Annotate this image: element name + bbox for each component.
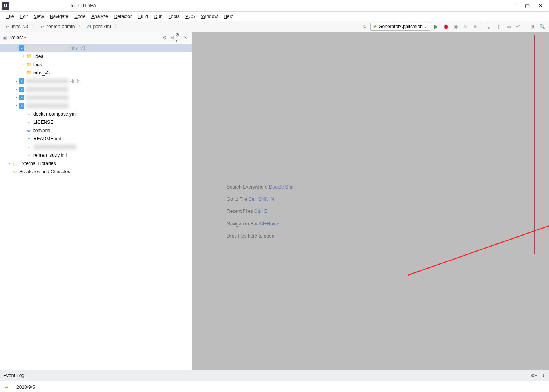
event-log-header: Event Log ⚙▾ ⭳ (0, 370, 549, 381)
window-controls: — ▢ ✕ (511, 3, 547, 9)
chevron-down-icon: ⌄ (424, 25, 427, 29)
tree-row[interactable]: mpom.xml (0, 126, 192, 134)
svg-line-0 (408, 179, 549, 275)
editor-area[interactable]: Search Everywhere Double ShiftGo to File… (192, 32, 549, 370)
profile-button[interactable]: ↻ (462, 23, 469, 31)
annotation-box (534, 35, 543, 254)
tree-row[interactable]: ▫ (0, 143, 192, 151)
separator (525, 23, 525, 30)
app-logo: IJ (2, 2, 9, 10)
menu-tools[interactable]: Tools (166, 13, 182, 20)
minimize-button[interactable]: — (511, 3, 516, 9)
event-log-date: 2018/9/5 (16, 383, 151, 391)
gear-icon[interactable]: ⚙ ▾ (175, 34, 182, 41)
search-icon[interactable]: 🔍 (538, 23, 546, 31)
tree-row[interactable]: ›▪ (0, 93, 192, 102)
welcome-hint: Search Everywhere Double Shift (227, 181, 294, 193)
tree-row[interactable]: ›▪ (0, 102, 192, 110)
undo-icon[interactable]: ↶ (514, 23, 522, 31)
menu-navigate[interactable]: Navigate (47, 13, 71, 20)
chevron-right-icon: 〉 (32, 23, 36, 30)
tree-row[interactable]: ▫docker-compose.yml (0, 110, 192, 118)
soft-wrap-icon[interactable]: ↩ (3, 383, 11, 391)
breadcrumb-item[interactable]: ▸▪mhs_v3 (3, 23, 30, 30)
project-panel-title[interactable]: ▣ Project ▾ (2, 35, 26, 40)
welcome-hint: Navigation Bar Alt+Home (227, 218, 294, 230)
collapse-icon[interactable]: ⇲ (168, 34, 175, 41)
tree-row[interactable]: ▾README.md (0, 134, 192, 143)
stop-button[interactable]: ■ (471, 23, 479, 31)
tree-row[interactable]: ›▪ (0, 85, 192, 93)
menu-view[interactable]: View (31, 13, 46, 20)
tree-row[interactable]: ›|||External Libraries (0, 159, 192, 167)
breadcrumb: ▸▪mhs_v3〉▸▪renren-admin〉mpom.xml〉 (3, 23, 360, 30)
menu-build[interactable]: Build (135, 13, 151, 20)
breadcrumb-item[interactable]: ▸▪renren-admin (38, 23, 76, 30)
breadcrumb-item[interactable]: mpom.xml (84, 23, 113, 30)
titlebar: IJ IntelliJ IDEA — ▢ ✕ (0, 0, 549, 12)
run-config-label: GeneratorApplication (378, 24, 423, 29)
tree-row[interactable]: ▫renren_sutry.iml (0, 151, 192, 159)
welcome-hint: Recent Files Ctrl+E (227, 205, 294, 218)
project-panel: ▣ Project ▾ ⊙ ⇲ ⚙ ▾ ⤡ ⌄▪nhs_v3›📁.idea›📁l… (0, 32, 192, 370)
chevron-right-icon: 〉 (78, 23, 83, 30)
event-log: ↩ 💬 ⚙ ▤ ✓ 🗑 2018/9/5 9:53Registration: Y… (0, 381, 549, 392)
sync-icon[interactable]: ⇅ (360, 23, 368, 31)
gear-icon[interactable]: ⚙▾ (531, 373, 537, 378)
welcome-hint: Go to File Ctrl+Shift+N (227, 193, 294, 205)
menu-code[interactable]: Code (72, 13, 88, 20)
vcs-commit-icon[interactable]: ⭱ (495, 23, 503, 31)
separator (482, 23, 482, 30)
tree-row[interactable]: ›▪-lmin (0, 77, 192, 85)
hide-icon[interactable]: ⤡ (182, 34, 189, 41)
welcome-hints: Search Everywhere Double ShiftGo to File… (227, 181, 294, 242)
vcs-history-icon[interactable]: ▭ (505, 23, 513, 31)
run-config-selector[interactable]: ❀ GeneratorApplication ⌄ (370, 23, 430, 31)
run-button[interactable]: ▶ (432, 23, 440, 31)
coverage-button[interactable]: ◉ (452, 23, 460, 31)
menu-window[interactable]: Window (198, 13, 220, 20)
window-title: IntelliJ IDEA (12, 3, 511, 9)
menubar: FileEditViewNavigateCodeAnalyzeRefactorB… (0, 12, 549, 21)
structure-icon[interactable]: ⊞ (528, 23, 536, 31)
menu-edit[interactable]: Edit (17, 13, 30, 20)
navbar: ▸▪mhs_v3〉▸▪renren-admin〉mpom.xml〉 ⇅ ❀ Ge… (0, 21, 549, 32)
close-button[interactable]: ✕ (538, 3, 543, 9)
welcome-hint: Drop files here to open (227, 230, 294, 242)
menu-run[interactable]: Run (152, 13, 165, 20)
tree-row[interactable]: ▭Scratches and Consoles (0, 167, 192, 176)
event-log-content: 2018/9/5 9:53Registration: Your copy is … (13, 381, 154, 392)
menu-refactor[interactable]: Refactor (112, 13, 134, 20)
locate-icon[interactable]: ⊙ (161, 34, 168, 41)
event-log-title: Event Log (3, 373, 24, 378)
maximize-button[interactable]: ▢ (525, 3, 530, 9)
chevron-right-icon: 〉 (115, 23, 119, 30)
menu-help[interactable]: Help (221, 13, 236, 20)
project-tree[interactable]: ⌄▪nhs_v3›📁.idea›📁logs📁mhs_v3›▪-lmin›▪›▪›… (0, 43, 192, 370)
menu-vcs[interactable]: VCS (183, 13, 198, 20)
event-log-toolbar: ↩ 💬 ⚙ ▤ ✓ 🗑 (0, 381, 13, 392)
menu-file[interactable]: File (4, 13, 16, 20)
annotation-arrow (404, 177, 549, 279)
vcs-update-icon[interactable]: ⭳ (485, 23, 493, 31)
tree-row[interactable]: ⌄▪nhs_v3 (0, 44, 192, 52)
main-area: ▣ Project ▾ ⊙ ⇲ ⚙ ▾ ⤡ ⌄▪nhs_v3›📁.idea›📁l… (0, 32, 549, 370)
project-icon: ▣ (2, 35, 7, 40)
tree-row[interactable]: 📁mhs_v3 (0, 69, 192, 77)
spring-icon: ❀ (373, 24, 377, 29)
menu-analyze[interactable]: Analyze (89, 13, 111, 20)
tree-row[interactable]: ›📁.idea (0, 52, 192, 60)
debug-button[interactable]: 🐞 (442, 23, 450, 31)
download-icon[interactable]: ⭳ (541, 373, 546, 378)
project-panel-header: ▣ Project ▾ ⊙ ⇲ ⚙ ▾ ⤡ (0, 32, 192, 43)
chevron-down-icon: ▾ (24, 36, 26, 40)
toolbar: ⇅ ❀ GeneratorApplication ⌄ ▶ 🐞 ◉ ↻ ■ ⭳ ⭱… (360, 23, 546, 31)
tree-row[interactable]: ▫LICENSE (0, 118, 192, 126)
tree-row[interactable]: ›📁logs (0, 60, 192, 69)
